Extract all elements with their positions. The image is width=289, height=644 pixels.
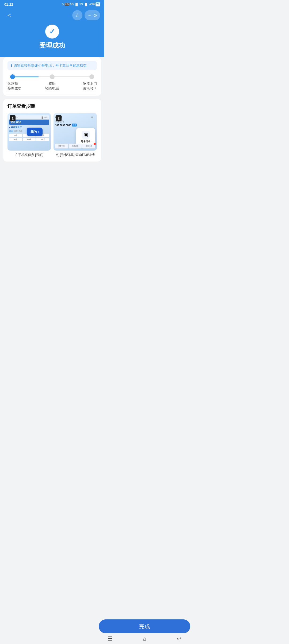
progress-card: ℹ 请留意接听快递小哥电话，号卡激活享优惠权益 运营商 受理成功 接听 物流电话… [3, 57, 101, 96]
mock1-tab-3: 充值 [19, 130, 22, 133]
back-icon: ＜ [6, 11, 12, 19]
step-label-3: 物流上门 激活号卡 [67, 81, 97, 91]
page-title: 受理成功 [4, 41, 100, 50]
step-image-1: 1 充值中心 ▐▌ WiFi 139 000 ● 移动营业厅 [7, 113, 51, 151]
signal-icon: ⊙ [62, 3, 64, 6]
step-label-2: 接听 物流电话 [37, 81, 67, 91]
step-dots [10, 74, 94, 79]
notice-bar: ℹ 请留意接听快递小哥电话，号卡激活享优惠权益 [7, 61, 97, 70]
record-icon: ⊙ [93, 13, 97, 18]
step-label-1: 运营商 受理成功 [7, 81, 37, 91]
header-nav: ＜ ☆ ··· ⊙ [4, 10, 100, 20]
order-steps-card: 订单查看步骤 1 充值中心 ▐▌ WiFi 139 000 [3, 99, 101, 162]
mock2-card-icon: ▣ [82, 131, 90, 139]
back-button[interactable]: ＜ [4, 10, 14, 20]
mock1-signal: ▐▌ WiFi [41, 117, 48, 118]
main-content: ℹ 请留意接听快递小哥电话，号卡激活享优惠权益 运营商 受理成功 接听 物流电话… [0, 57, 104, 186]
step-dot-1 [10, 74, 15, 79]
order-steps-title: 订单查看步骤 [7, 103, 97, 109]
success-circle: ✓ [45, 25, 59, 39]
step-dot-2 [50, 74, 55, 79]
step-progress [10, 74, 94, 79]
step-badge-1: 1 [10, 115, 16, 121]
more-icon: ··· [88, 13, 91, 18]
signal-bars-1: ▐▌ [74, 3, 79, 6]
mock2-phone-row: 139 0000 8888 副号 [55, 124, 95, 126]
mock2-bottom-grid: 话费订单 充值订单 流量订单 [55, 144, 95, 148]
status-icons: ⊙ HD 5G ▐▌ 5G ▐▌ WiFi 78 [62, 2, 100, 6]
step-caption-1: 在手机充值点 [我的] [7, 153, 51, 157]
mock2-card: ▣ 号卡订单 [76, 128, 95, 146]
step-image-2: 2 ‹ 我的 ⚙ ··· 常用电码 139 0000 8888 [54, 113, 97, 151]
favorite-button[interactable]: ☆ [72, 10, 82, 20]
5g-icon-2: 5G [79, 3, 83, 6]
header-section: ＜ ☆ ··· ⊙ ✓ 受理成功 [0, 8, 104, 57]
step-badge-2: 2 [56, 115, 62, 121]
step-labels: 运营商 受理成功 接听 物流电话 物流上门 激活号卡 [7, 81, 97, 91]
mock1-tab-1: 通话 [9, 130, 13, 133]
mock2-card-label: 号卡订单 [78, 140, 93, 143]
mock1-phone: 139 000 [10, 121, 48, 124]
mock1-cta-btn: 我的 › [27, 128, 43, 136]
header-actions: ☆ ··· ⊙ [72, 10, 100, 20]
status-time: 01:22 [4, 2, 13, 6]
wifi-icon: WiFi [89, 3, 95, 6]
steps-images: 1 充值中心 ▐▌ WiFi 139 000 ● 移动营业厅 [7, 113, 97, 157]
step-item-1: 1 充值中心 ▐▌ WiFi 139 000 ● 移动营业厅 [7, 113, 51, 157]
mock1-tab-2: 流量 [14, 130, 18, 133]
step-caption-2: 点 [号卡订单] 查询订单详情 [54, 153, 97, 157]
battery-indicator: 78 [96, 2, 100, 6]
star-icon: ☆ [75, 12, 79, 18]
notice-icon: ℹ [11, 63, 12, 68]
signal-bars-2: ▐▌ [84, 3, 88, 6]
check-icon: ✓ [49, 28, 55, 36]
step-item-2: 2 ‹ 我的 ⚙ ··· 常用电码 139 0000 8888 [54, 113, 97, 157]
status-bar: 01:22 ⊙ HD 5G ▐▌ 5G ▐▌ WiFi 78 [0, 0, 104, 8]
more-options-button[interactable]: ··· ⊙ [85, 10, 100, 20]
success-icon-wrap: ✓ [4, 25, 100, 39]
mock2-icons: ⚙ ··· [91, 116, 95, 118]
hd-badge: HD [65, 3, 69, 6]
notice-text: 请留意接听快递小哥电话，号卡激活享优惠权益 [14, 63, 87, 68]
step-dot-3 [89, 74, 94, 79]
5g-icon: 5G [70, 3, 74, 6]
